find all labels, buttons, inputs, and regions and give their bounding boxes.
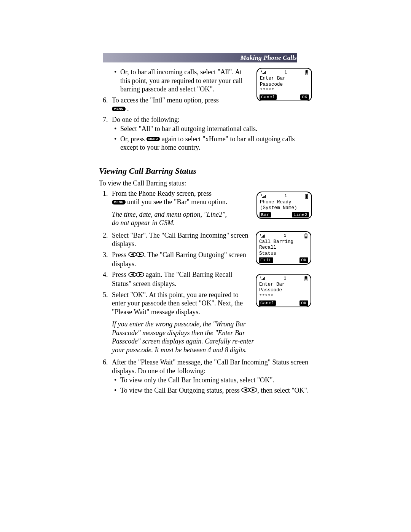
svg-rect-28 xyxy=(263,279,263,280)
svg-rect-29 xyxy=(263,278,264,280)
battery-icon xyxy=(304,276,307,281)
svg-rect-25 xyxy=(305,236,307,236)
note-text: The time, date, and menu option, "Line2"… xyxy=(112,210,234,227)
battery-icon xyxy=(304,233,307,238)
svg-rect-26 xyxy=(305,237,307,238)
line-number: 1 xyxy=(284,233,286,238)
nav-left-right-icon xyxy=(241,386,257,395)
screen-line: Enter Bar xyxy=(259,282,308,288)
signal-icon xyxy=(260,233,266,238)
svg-rect-17 xyxy=(306,197,307,198)
intro-text: To view the Call Barring status: xyxy=(99,179,312,188)
svg-rect-35 xyxy=(305,280,307,280)
screen-line: (System Name) xyxy=(260,205,309,211)
svg-rect-9 xyxy=(262,197,263,198)
softkey-right: OK xyxy=(299,300,308,306)
screen-line: Call Barring xyxy=(259,239,308,245)
signal-icon xyxy=(260,276,266,281)
phone-screen-ready: 1 Phone Ready (System Name) Bar Line2 xyxy=(256,192,312,219)
svg-rect-12 xyxy=(265,195,266,198)
list-item: After the "Please Wait" message, the "Ca… xyxy=(110,358,312,395)
softkey-left: Cancl xyxy=(259,300,276,306)
line-number: 1 xyxy=(285,194,287,199)
softkey-left: Exit xyxy=(259,257,273,263)
nav-left-right-icon xyxy=(128,271,144,280)
softkey-right: OK xyxy=(300,94,309,100)
svg-rect-18 xyxy=(261,237,262,238)
svg-rect-24 xyxy=(305,235,307,235)
list-item: Or, press MENU again to select "xHome" t… xyxy=(120,135,312,152)
screen-line: Passcode xyxy=(259,288,308,294)
svg-rect-27 xyxy=(261,280,262,280)
screen-line: Phone Ready xyxy=(260,200,309,206)
svg-rect-11 xyxy=(264,196,265,198)
softkey-right: OK xyxy=(299,257,308,263)
svg-rect-15 xyxy=(306,195,307,196)
list-item: Or, to bar all incoming calls, select "A… xyxy=(120,68,312,94)
svg-rect-10 xyxy=(263,197,264,198)
nav-left-right-icon xyxy=(128,251,144,259)
svg-rect-30 xyxy=(264,277,265,280)
menu-icon: MENU xyxy=(147,137,160,141)
svg-rect-21 xyxy=(264,235,265,238)
note-text: If you enter the wrong passcode, the "Wr… xyxy=(112,320,256,354)
svg-rect-34 xyxy=(305,278,307,279)
softkey-left: Bar xyxy=(260,212,271,217)
list-item: Select "All" to bar all outgoing interna… xyxy=(120,125,312,133)
list-item: To view only the Call Bar Incoming statu… xyxy=(120,376,312,385)
svg-rect-16 xyxy=(306,196,307,197)
menu-icon: MENU xyxy=(112,200,126,204)
list-item: Do one of the following: Select "All" to… xyxy=(110,115,312,152)
phone-screen-passcode-2: 1 Enter Bar Passcode ***** Cancl OK xyxy=(256,274,311,307)
svg-rect-20 xyxy=(263,235,264,238)
screen-line: Recall xyxy=(259,245,308,251)
softkey-left: Cancl xyxy=(260,94,277,100)
battery-icon xyxy=(305,194,308,199)
screen-line: Status xyxy=(259,251,308,257)
menu-icon: MENU xyxy=(112,107,126,111)
phone-screen-recall: 1 Call Barring Recall Status Exit OK xyxy=(256,231,311,265)
svg-rect-33 xyxy=(305,277,307,278)
screen-line: ***** xyxy=(259,294,308,300)
signal-icon xyxy=(260,194,266,198)
svg-rect-19 xyxy=(263,236,263,238)
list-item: To view the Call Bar Outgoing status, pr… xyxy=(120,386,312,395)
section-heading: Viewing Call Barring Status xyxy=(99,166,312,176)
line-number: 1 xyxy=(284,276,286,281)
softkey-right: Line2 xyxy=(292,212,309,217)
